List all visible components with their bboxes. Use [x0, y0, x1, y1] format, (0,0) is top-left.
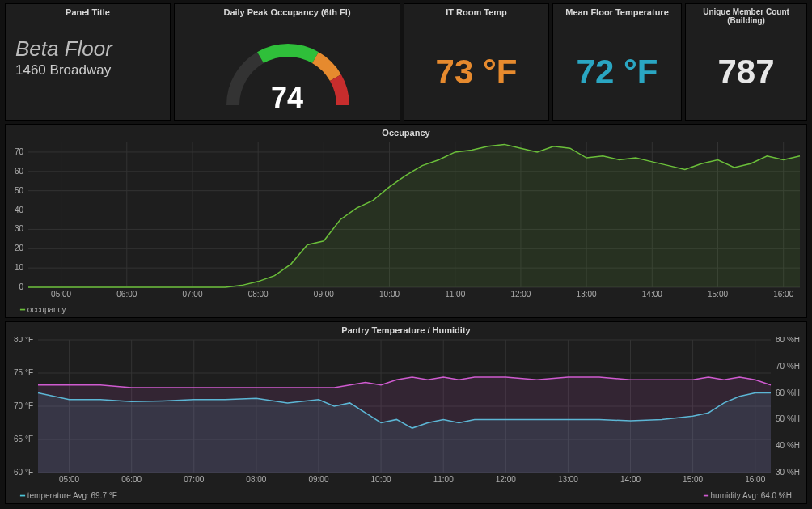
svg-text:20: 20	[15, 244, 24, 252]
svg-text:75 °F: 75 °F	[14, 368, 33, 377]
svg-text:40 %H: 40 %H	[776, 441, 800, 450]
members-value: 787	[686, 53, 806, 91]
title-panel: Panel Title Beta Floor 1460 Broadway	[5, 3, 171, 121]
svg-text:06:00: 06:00	[121, 475, 142, 484]
svg-text:09:00: 09:00	[308, 475, 328, 484]
svg-text:65 °F: 65 °F	[14, 435, 33, 443]
svg-text:07:00: 07:00	[182, 290, 202, 299]
occupancy-panel[interactable]: Occupancy 01020304050607005:0006:0007:00…	[5, 124, 807, 318]
svg-text:70 %H: 70 %H	[776, 362, 800, 371]
svg-text:0: 0	[19, 282, 23, 291]
svg-text:11:00: 11:00	[433, 475, 454, 484]
svg-text:15:00: 15:00	[683, 475, 703, 484]
svg-text:13:00: 13:00	[577, 290, 597, 299]
svg-text:40: 40	[15, 206, 24, 214]
svg-text:70 °F: 70 °F	[14, 401, 33, 410]
svg-text:13:00: 13:00	[558, 475, 578, 484]
svg-text:60: 60	[15, 167, 24, 176]
svg-text:10:00: 10:00	[371, 475, 391, 484]
svg-text:14:00: 14:00	[620, 475, 641, 484]
mean-temp-value: 72 °F	[553, 53, 681, 91]
svg-text:50: 50	[15, 186, 24, 195]
svg-text:50 %H: 50 %H	[776, 414, 800, 423]
mean-temp-header: Mean Floor Temperature	[553, 7, 681, 17]
svg-text:16:00: 16:00	[773, 290, 793, 299]
svg-text:12:00: 12:00	[510, 290, 531, 299]
svg-text:14:00: 14:00	[642, 290, 662, 299]
gauge-panel: Daily Peak Occupancy (6th Fl) 74	[174, 3, 400, 121]
members-panel: Unique Member Count (Building) 787	[685, 3, 807, 121]
svg-text:05:00: 05:00	[59, 475, 79, 484]
svg-text:60 %H: 60 %H	[776, 388, 800, 397]
it-temp-panel: IT Room Temp 73 °F	[404, 3, 549, 121]
svg-text:30: 30	[15, 224, 24, 233]
svg-text:15:00: 15:00	[708, 290, 728, 299]
svg-text:11:00: 11:00	[445, 290, 465, 299]
svg-text:80 %H: 80 %H	[776, 337, 800, 344]
svg-text:80 °F: 80 °F	[14, 337, 33, 344]
floor-name: Beta Floor	[15, 36, 112, 62]
svg-text:08:00: 08:00	[246, 475, 266, 484]
svg-text:09:00: 09:00	[314, 290, 334, 299]
svg-text:30 %H: 30 %H	[776, 468, 800, 477]
svg-text:05:00: 05:00	[51, 290, 71, 299]
members-header: Unique Member Count (Building)	[686, 7, 806, 25]
address: 1460 Broadway	[15, 62, 111, 78]
title-panel-header: Panel Title	[6, 7, 170, 17]
svg-text:16:00: 16:00	[745, 475, 765, 484]
pantry-legend-hum: ━ humidity Avg: 64.0 %H	[704, 491, 792, 500]
pantry-header: Pantry Temperature / Humidity	[6, 325, 806, 335]
occupancy-header: Occupancy	[6, 128, 806, 138]
mean-temp-panel: Mean Floor Temperature 72 °F	[552, 3, 682, 121]
svg-text:12:00: 12:00	[496, 475, 516, 484]
svg-text:60 °F: 60 °F	[14, 468, 33, 477]
it-temp-value: 73 °F	[404, 53, 548, 91]
svg-text:07:00: 07:00	[184, 475, 204, 484]
it-temp-header: IT Room Temp	[404, 7, 548, 17]
pantry-legend-temp: ━ temperature Avg: 69.7 °F	[20, 491, 117, 500]
gauge-value: 74	[175, 81, 400, 115]
svg-text:70: 70	[15, 147, 24, 156]
occupancy-chart: 01020304050607005:0006:0007:0008:0009:00…	[6, 139, 808, 305]
svg-text:10: 10	[15, 263, 24, 272]
occupancy-legend: ━ occupancy	[20, 305, 66, 314]
pantry-chart: 60 °F65 °F70 °F75 °F80 °F30 %H40 %H50 %H…	[6, 337, 808, 490]
svg-text:08:00: 08:00	[248, 290, 269, 299]
svg-text:10:00: 10:00	[379, 290, 400, 299]
pantry-panel[interactable]: Pantry Temperature / Humidity 60 °F65 °F…	[5, 321, 807, 504]
svg-text:06:00: 06:00	[116, 290, 137, 299]
